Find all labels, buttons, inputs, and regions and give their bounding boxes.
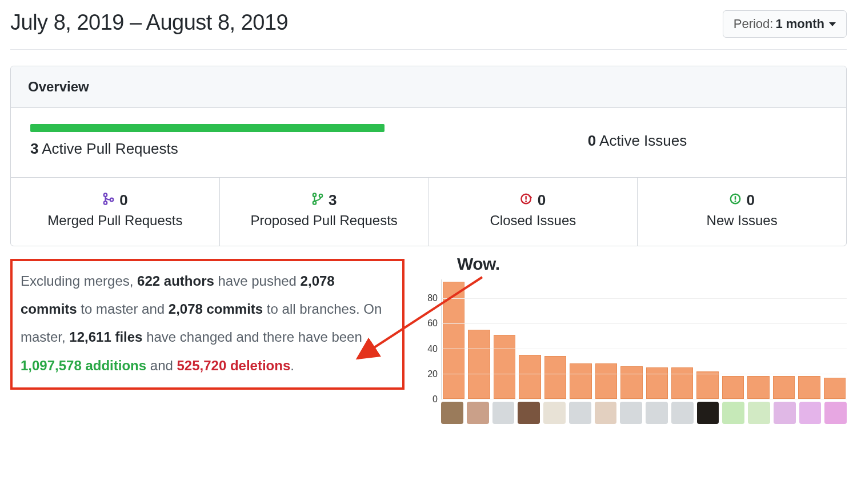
- summary-text: .: [290, 358, 294, 373]
- contributors-chart: Wow. 020406080: [416, 259, 847, 424]
- avatar[interactable]: [697, 402, 719, 424]
- avatar[interactable]: [595, 402, 617, 424]
- svg-point-0: [104, 193, 107, 197]
- svg-point-8: [525, 201, 527, 202]
- stat-label: Merged Pull Requests: [17, 213, 214, 229]
- y-tick-label: 0: [432, 394, 438, 405]
- svg-point-3: [313, 193, 317, 197]
- stat-label: New Issues: [643, 213, 840, 229]
- summary-text: to master and: [77, 301, 169, 317]
- stat-cell-git-branch[interactable]: 3 Proposed Pull Requests: [220, 178, 429, 246]
- avatar[interactable]: [722, 402, 744, 424]
- stats-row: 0 Merged Pull Requests 3 Proposed Pull R…: [11, 178, 846, 246]
- chart-bar[interactable]: [798, 376, 820, 399]
- stat-cell-issue-closed[interactable]: 0 Closed Issues: [429, 178, 638, 246]
- active-pr-label: Active Pull Requests: [42, 140, 178, 157]
- period-label: Period:: [734, 17, 774, 31]
- avatar[interactable]: [748, 402, 770, 424]
- avatar[interactable]: [543, 402, 566, 424]
- stat-count: 0: [746, 191, 754, 209]
- svg-point-1: [104, 201, 107, 205]
- date-range-heading: July 8, 2019 – August 8, 2019: [10, 10, 288, 35]
- stat-count: 3: [329, 191, 337, 209]
- commit-summary-box: Excluding merges, 622 authors have pushe…: [10, 259, 405, 390]
- annotation-wow: Wow.: [457, 254, 500, 274]
- pr-progress-bar: [30, 124, 385, 132]
- chart-plot: [441, 279, 847, 399]
- contributor-avatars: [441, 402, 847, 424]
- summary-text: and: [146, 358, 177, 373]
- avatar[interactable]: [441, 402, 463, 424]
- avatar[interactable]: [646, 402, 668, 424]
- period-dropdown[interactable]: Period: 1 month: [723, 10, 847, 38]
- avatar[interactable]: [569, 402, 591, 424]
- active-issues-label: Active Issues: [599, 132, 687, 149]
- summary-authors: 622 authors: [137, 273, 214, 289]
- issue-closed-icon: [520, 191, 533, 209]
- avatar[interactable]: [492, 402, 515, 424]
- svg-point-4: [313, 201, 317, 205]
- git-merge-icon: [102, 191, 115, 209]
- active-pr-count: 3: [30, 140, 38, 157]
- stat-count: 0: [119, 191, 127, 209]
- chart-bar[interactable]: [620, 366, 642, 399]
- activity-summary-row: 3 Active Pull Requests 0 Active Issues: [11, 108, 846, 178]
- y-tick-label: 60: [427, 318, 438, 329]
- chart-bar[interactable]: [544, 356, 566, 399]
- git-branch-icon: [311, 191, 324, 209]
- avatar[interactable]: [620, 402, 642, 424]
- y-tick-label: 40: [427, 344, 438, 354]
- chart-bar[interactable]: [824, 378, 846, 399]
- overview-card: Overview 3 Active Pull Requests 0 Active…: [10, 66, 847, 246]
- chart-bar[interactable]: [570, 363, 591, 399]
- y-tick-label: 80: [427, 293, 438, 303]
- svg-point-5: [319, 194, 323, 198]
- summary-files: 12,611 files: [69, 329, 142, 345]
- avatar[interactable]: [799, 402, 822, 424]
- chart-bar[interactable]: [696, 371, 718, 399]
- avatar[interactable]: [824, 402, 847, 424]
- stat-label: Closed Issues: [435, 213, 632, 229]
- y-tick-label: 20: [427, 369, 438, 379]
- stat-cell-issue-open[interactable]: 0 New Issues: [638, 178, 846, 246]
- active-issues[interactable]: 0 Active Issues: [428, 108, 846, 177]
- active-issues-count: 0: [588, 132, 596, 149]
- svg-point-2: [110, 198, 114, 202]
- chart-bar[interactable]: [747, 376, 769, 399]
- summary-additions: 1,097,578 additions: [21, 358, 146, 373]
- summary-text: have changed and there have been: [142, 329, 362, 345]
- overview-title: Overview: [11, 66, 846, 108]
- chart-bar[interactable]: [494, 335, 515, 399]
- avatar[interactable]: [774, 402, 796, 424]
- avatar[interactable]: [671, 402, 694, 424]
- chart-bar[interactable]: [468, 330, 490, 399]
- chart-bar[interactable]: [595, 363, 617, 399]
- chart-bar[interactable]: [443, 282, 464, 399]
- summary-commits-all: 2,078 commits: [169, 301, 263, 317]
- summary-text: Excluding merges,: [21, 273, 137, 289]
- period-value: 1 month: [775, 17, 824, 31]
- chart-bar[interactable]: [722, 376, 744, 399]
- chart-bar[interactable]: [519, 355, 540, 399]
- issue-open-icon: [729, 191, 742, 209]
- chart-bar[interactable]: [646, 367, 668, 399]
- stat-cell-git-merge[interactable]: 0 Merged Pull Requests: [11, 178, 220, 246]
- chart-bar[interactable]: [671, 367, 693, 399]
- summary-deletions: 525,720 deletions: [177, 358, 291, 373]
- chart-bar[interactable]: [773, 376, 795, 399]
- svg-point-11: [735, 201, 736, 202]
- summary-text: have pushed: [214, 273, 301, 289]
- avatar[interactable]: [518, 402, 540, 424]
- chart-y-axis: 020406080: [416, 279, 441, 399]
- stat-count: 0: [538, 191, 546, 209]
- stat-label: Proposed Pull Requests: [226, 213, 423, 229]
- chevron-down-icon: [829, 22, 836, 26]
- active-pull-requests[interactable]: 3 Active Pull Requests: [11, 108, 428, 177]
- avatar[interactable]: [467, 402, 489, 424]
